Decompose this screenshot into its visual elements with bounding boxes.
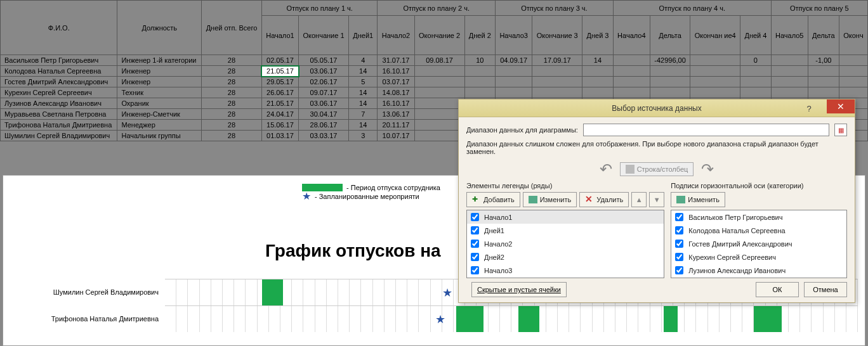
cell[interactable]: 16.10.17 bbox=[378, 98, 414, 109]
list-item-checkbox[interactable] bbox=[675, 240, 683, 248]
cell[interactable]: Начальник группы bbox=[117, 131, 202, 141]
list-item-checkbox[interactable] bbox=[471, 253, 479, 261]
cell[interactable]: Инженер bbox=[117, 77, 202, 87]
cell[interactable]: 03.06.17 bbox=[299, 98, 349, 109]
list-item[interactable]: Лузинов Александр Иванович bbox=[671, 264, 846, 277]
cell[interactable] bbox=[414, 131, 464, 141]
cell[interactable]: 28 bbox=[202, 55, 262, 66]
cell[interactable] bbox=[650, 87, 690, 98]
cell[interactable] bbox=[414, 66, 464, 77]
list-item[interactable]: Курехин Сергей Сергеевич bbox=[671, 250, 846, 264]
cell[interactable]: 05.05.17 bbox=[299, 55, 349, 66]
cell[interactable] bbox=[496, 77, 532, 87]
cell[interactable]: Инженер bbox=[117, 66, 202, 77]
list-item[interactable]: Дней1 bbox=[467, 224, 664, 237]
edit-series-button[interactable]: Изменить bbox=[523, 192, 577, 207]
move-up-button[interactable]: ▲ bbox=[631, 192, 647, 207]
cell[interactable]: 10 bbox=[464, 55, 496, 66]
cell[interactable]: 28 bbox=[202, 87, 262, 98]
cell[interactable]: 21.05.17 bbox=[261, 66, 298, 77]
list-item[interactable]: Начало2 bbox=[467, 237, 664, 250]
cancel-button[interactable]: Отмена bbox=[804, 282, 847, 297]
cell[interactable]: 24.04.17 bbox=[261, 109, 298, 120]
list-item-checkbox[interactable] bbox=[471, 226, 479, 234]
cell[interactable] bbox=[839, 55, 867, 66]
cell[interactable]: 28 bbox=[202, 120, 262, 131]
list-item[interactable]: Начало1 bbox=[467, 210, 664, 224]
cell[interactable] bbox=[582, 66, 614, 77]
cell[interactable] bbox=[771, 55, 808, 66]
cell[interactable] bbox=[808, 87, 839, 98]
cell[interactable] bbox=[496, 87, 532, 98]
cell[interactable]: 02.06.17 bbox=[299, 77, 349, 87]
cell[interactable]: 28.06.17 bbox=[299, 120, 349, 131]
ok-button[interactable]: ОК bbox=[756, 282, 799, 297]
cell[interactable]: 21.05.17 bbox=[261, 98, 298, 109]
cell[interactable]: Муравьева Светлана Петровна bbox=[1, 109, 117, 120]
cell[interactable]: 10.07.17 bbox=[378, 131, 414, 141]
help-button[interactable]: ? bbox=[795, 99, 823, 117]
cell[interactable] bbox=[740, 87, 772, 98]
list-item[interactable]: Васильков Петр Григорьевич bbox=[671, 210, 846, 224]
cell[interactable]: 03.03.17 bbox=[299, 131, 349, 141]
cell[interactable] bbox=[414, 87, 464, 98]
cell[interactable] bbox=[613, 66, 650, 77]
cell[interactable]: 14.08.17 bbox=[378, 87, 414, 98]
list-item-checkbox[interactable] bbox=[675, 253, 683, 261]
list-item[interactable]: Гостев Дмитрий Александрович bbox=[671, 237, 846, 250]
cell[interactable]: 7 bbox=[348, 109, 377, 120]
cell[interactable]: Шумилин Сергей Владимирович bbox=[1, 131, 117, 141]
cell[interactable]: -42996,00 bbox=[650, 55, 690, 66]
cell[interactable]: 15.06.17 bbox=[261, 120, 298, 131]
cell[interactable] bbox=[690, 66, 740, 77]
cell[interactable]: Колодова Наталья Сергеевна bbox=[1, 66, 117, 77]
cell[interactable] bbox=[532, 87, 582, 98]
cell[interactable] bbox=[740, 66, 772, 77]
cell[interactable]: 01.03.17 bbox=[261, 131, 298, 141]
hidden-cells-button[interactable]: Скрытые и пустые ячейки bbox=[471, 282, 567, 297]
cell[interactable] bbox=[414, 109, 464, 120]
cell[interactable] bbox=[650, 77, 690, 87]
list-item[interactable]: Колодова Наталья Сергеевна bbox=[671, 224, 846, 237]
close-button[interactable]: ✕ bbox=[827, 99, 855, 113]
cell[interactable]: 14 bbox=[348, 98, 377, 109]
cell[interactable] bbox=[839, 87, 867, 98]
cell[interactable]: 30.04.17 bbox=[299, 109, 349, 120]
cell[interactable]: -1,00 bbox=[808, 55, 839, 66]
list-item[interactable]: Дней2 bbox=[467, 250, 664, 264]
cell[interactable]: 31.07.17 bbox=[378, 55, 414, 66]
list-item-checkbox[interactable] bbox=[471, 240, 479, 248]
remove-series-button[interactable]: ✕Удалить bbox=[579, 192, 629, 207]
cell[interactable]: 28 bbox=[202, 77, 262, 87]
cell[interactable] bbox=[496, 66, 532, 77]
cell[interactable] bbox=[650, 66, 690, 77]
cell[interactable]: 20.11.17 bbox=[378, 120, 414, 131]
cell[interactable] bbox=[690, 87, 740, 98]
cell[interactable] bbox=[808, 77, 839, 87]
cell[interactable]: 14 bbox=[348, 66, 377, 77]
move-down-button[interactable]: ▼ bbox=[649, 192, 664, 207]
cell[interactable]: 14 bbox=[348, 120, 377, 131]
cell[interactable] bbox=[532, 66, 582, 77]
cell[interactable]: 28 bbox=[202, 131, 262, 141]
cell[interactable] bbox=[414, 77, 464, 87]
cell[interactable]: Курехин Сергей Сергеевич bbox=[1, 87, 117, 98]
cell[interactable]: 14 bbox=[348, 87, 377, 98]
dialog-titlebar[interactable]: Выбор источника данных ? ✕ bbox=[459, 99, 855, 117]
cell[interactable] bbox=[740, 77, 772, 87]
cell[interactable] bbox=[690, 55, 740, 66]
cell[interactable]: 4 bbox=[348, 55, 377, 66]
cell[interactable]: 17.09.17 bbox=[532, 55, 582, 66]
cell[interactable] bbox=[613, 87, 650, 98]
edit-categories-button[interactable]: Изменить bbox=[671, 192, 725, 207]
cell[interactable]: 29.05.17 bbox=[261, 77, 298, 87]
cell[interactable] bbox=[414, 120, 464, 131]
cell[interactable]: Охраник bbox=[117, 98, 202, 109]
cell[interactable] bbox=[464, 87, 496, 98]
list-item-checkbox[interactable] bbox=[471, 213, 479, 221]
list-item-checkbox[interactable] bbox=[675, 226, 683, 234]
cell[interactable]: Инженер-Сметчик bbox=[117, 109, 202, 120]
cell[interactable] bbox=[690, 77, 740, 87]
cell[interactable]: Гостев Дмитрий Александрович bbox=[1, 77, 117, 87]
cell[interactable]: 13.06.17 bbox=[378, 109, 414, 120]
